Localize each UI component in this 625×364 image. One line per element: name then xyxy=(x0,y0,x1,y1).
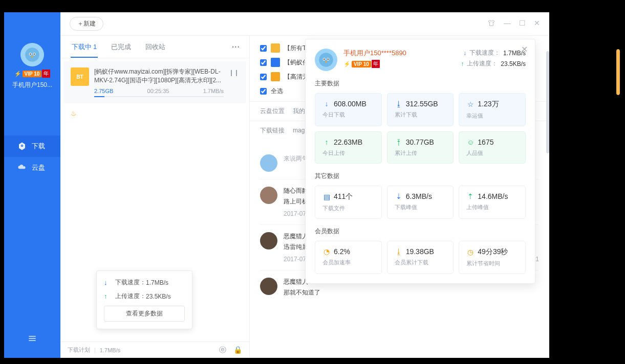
stat-value: 6.2% xyxy=(334,247,350,256)
lock-icon[interactable]: 🔒 xyxy=(233,346,242,355)
comment-time: 2017-07- xyxy=(284,210,308,217)
stat-label: 上传峰值 xyxy=(466,203,518,211)
folder-icon xyxy=(271,72,280,81)
side-handle[interactable] xyxy=(616,49,620,95)
stat-card: ☆1.23万幸运值 xyxy=(459,93,526,126)
stat-icon: ☆ xyxy=(466,100,475,108)
svg-point-4 xyxy=(34,54,35,55)
checkbox[interactable] xyxy=(260,74,267,80)
task-title: [蚂蚁仔www.mayizai.com][拆弹专家][WEB-DL-MKV-2.… xyxy=(94,67,224,85)
skin-icon[interactable] xyxy=(487,19,495,29)
prompt-text: 来说两句 xyxy=(284,155,308,162)
stats-avatar xyxy=(315,49,337,71)
app-window: ⚡ VIP 10 年 手机用户150... 下载 云盘 ＋新建 xyxy=(4,12,549,358)
cloud-loc-label: 云盘位置 xyxy=(260,107,285,115)
section-vip-label: 会员数据 xyxy=(315,227,526,236)
stat-card: ◔6.2%会员加速率 xyxy=(315,241,382,274)
stat-value: 22.63MB xyxy=(334,138,362,146)
svg-point-9 xyxy=(319,53,333,67)
arrow-down-icon: ↓ xyxy=(104,279,111,286)
stat-icon: ▤ xyxy=(322,193,331,201)
stat-value: 30.77GB xyxy=(406,138,434,146)
download-task[interactable]: BT [蚂蚁仔www.mayizai.com][拆弹专家][WEB-DL-MKV… xyxy=(63,61,246,103)
scrollbar-thumb[interactable] xyxy=(546,51,549,153)
stat-icon: ↑ xyxy=(322,138,331,146)
stat-label: 下载峰值 xyxy=(395,203,446,211)
stat-label: 会员加速率 xyxy=(322,259,374,266)
download-icon xyxy=(17,142,27,151)
browser-icon[interactable]: ⓔ xyxy=(219,346,226,355)
stat-value: 411个 xyxy=(334,192,353,201)
stat-value: 1675 xyxy=(478,138,493,146)
cloud-icon xyxy=(17,163,27,172)
hamburger-menu[interactable] xyxy=(27,333,37,346)
content: 下载中 1 已完成 回收站 ··· BT [蚂蚁仔www.mayizai.com… xyxy=(60,36,549,358)
stat-label: 会员累计下载 xyxy=(395,259,446,266)
task-speed: 1.7MB/s xyxy=(203,88,224,94)
stat-value: 19.38GB xyxy=(406,247,434,256)
stat-card: ⇡14.6MB/s上传峰值 xyxy=(459,186,526,219)
vip-stats-grid: ◔6.2%会员加速率⭳19.38GB会员累计下载◷49分39秒累计节省时间 xyxy=(315,241,526,274)
stat-card: ⭳19.38GB会员累计下载 xyxy=(387,241,454,274)
stat-value: 14.6MB/s xyxy=(478,192,508,200)
stat-icon: ⭳ xyxy=(395,100,403,108)
stats-dl-label: 下载速度： xyxy=(469,49,500,57)
svg-point-12 xyxy=(324,59,325,60)
window-controls: — ☐ ✕ xyxy=(487,19,540,29)
avatar xyxy=(260,187,277,204)
tab-recycle[interactable]: 回收站 xyxy=(138,36,173,58)
stat-card: ⭱30.77GB累计上传 xyxy=(387,131,454,164)
task-elapsed: 00:25:35 xyxy=(147,88,169,94)
stat-icon: ↓ xyxy=(322,100,331,108)
comment-text: 那就不知道了 xyxy=(284,288,539,297)
stat-label: 累计下载 xyxy=(395,111,446,119)
ul-speed-label: 上传速度： xyxy=(115,292,146,301)
speed-popup: ↓下载速度：1.7MB/s ↑上传速度：23.5KB/s 查看更多数据 xyxy=(96,270,192,329)
select-all-checkbox[interactable] xyxy=(260,88,267,95)
stat-icon: ◔ xyxy=(322,247,331,256)
stat-card: ↓608.00MB今日下载 xyxy=(315,93,382,126)
stat-icon: ◷ xyxy=(466,248,475,256)
task-size: 2.75GB xyxy=(94,88,113,94)
checkbox[interactable] xyxy=(260,59,267,66)
pause-button[interactable]: ❙❙ xyxy=(229,67,239,97)
plan-label[interactable]: 下载计划 xyxy=(68,346,90,354)
stats-overlay: ✕ 手机用户150****5890 ⚡ VIP 10 年 xyxy=(305,39,535,284)
tab-finished[interactable]: 已完成 xyxy=(104,36,138,58)
new-button[interactable]: ＋新建 xyxy=(70,17,103,31)
tab-more[interactable]: ··· xyxy=(227,42,245,52)
task-progress xyxy=(94,96,224,97)
nav-cloud[interactable]: 云盘 xyxy=(4,157,60,178)
stat-label: 今日上传 xyxy=(322,149,374,157)
stat-icon: ⇡ xyxy=(466,192,475,200)
other-stats-grid: ▤411个下载文件⇣6.3MB/s下载峰值⇡14.6MB/s上传峰值 xyxy=(315,186,526,219)
stat-icon: ⇣ xyxy=(395,192,403,200)
flame-icon: ♨ xyxy=(60,106,249,120)
stat-label: 幸运值 xyxy=(466,112,518,120)
tab-downloading-count: 1 xyxy=(93,43,97,51)
stat-value: 6.3MB/s xyxy=(406,192,432,200)
user-block[interactable]: ⚡ VIP 10 年 手机用户150... xyxy=(12,43,52,89)
stats-username: 手机用户150****5890 xyxy=(343,49,455,58)
select-all-label: 全选 xyxy=(271,87,283,96)
close-button[interactable]: ✕ xyxy=(534,19,540,29)
stats-ul-label: 上传速度： xyxy=(467,59,498,68)
main: ＋新建 — ☐ ✕ 下载中 1 已完成 回收站 ··· xyxy=(60,12,549,358)
minimize-button[interactable]: — xyxy=(504,19,511,29)
tab-downloading[interactable]: 下载中 1 xyxy=(64,36,104,58)
stat-label: 下载文件 xyxy=(322,204,374,212)
stats-ul-value: 23.5KB/s xyxy=(501,60,526,67)
maximize-button[interactable]: ☐ xyxy=(519,19,526,29)
download-panel: 下载中 1 已完成 回收站 ··· BT [蚂蚁仔www.mayizai.com… xyxy=(60,36,250,358)
stat-label: 累计上传 xyxy=(395,149,446,157)
topbar: ＋新建 — ☐ ✕ xyxy=(60,12,549,36)
view-more-data-button[interactable]: 查看更多数据 xyxy=(104,306,185,322)
dl-speed-value: 1.7MB/s xyxy=(146,279,168,286)
stats-close-button[interactable]: ✕ xyxy=(521,44,528,54)
checkbox[interactable] xyxy=(260,45,267,52)
stat-value: 608.00MB xyxy=(334,100,367,108)
stat-value: 1.23万 xyxy=(478,100,499,109)
nav-download[interactable]: 下载 xyxy=(4,135,60,157)
nav-cloud-label: 云盘 xyxy=(32,163,45,172)
section-main-label: 主要数据 xyxy=(315,79,526,88)
